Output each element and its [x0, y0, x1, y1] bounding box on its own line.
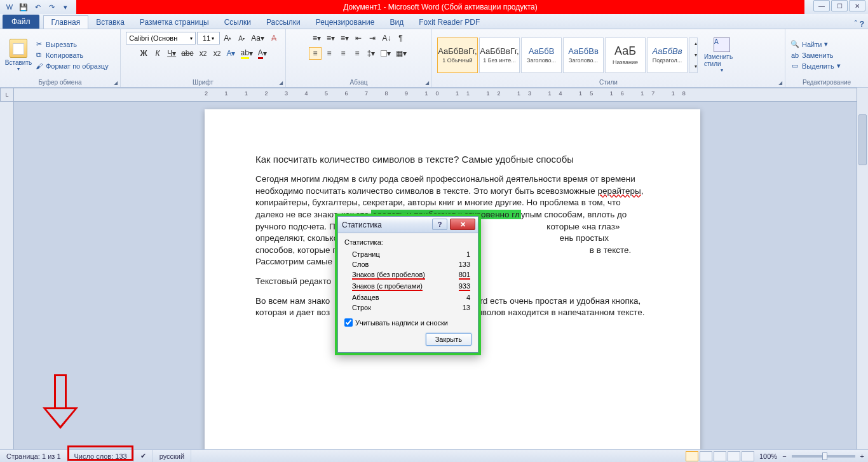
multilevel-button[interactable]: ≡▾ [338, 32, 351, 44]
print-layout-view-button[interactable] [686, 451, 698, 461]
clear-formatting-button[interactable]: A̶ [268, 32, 280, 44]
numbering-button[interactable]: ≡▾ [324, 32, 337, 44]
font-color-button[interactable]: A▾ [256, 47, 269, 60]
tab-review[interactable]: Рецензирование [308, 16, 383, 29]
ruler-toggle[interactable] [857, 88, 868, 102]
subscript-button[interactable]: x2 [196, 47, 209, 60]
italic-button[interactable]: К [151, 47, 164, 60]
vertical-ruler[interactable] [0, 102, 14, 449]
select-button[interactable]: ▭Выделить ▾ [790, 62, 841, 71]
tab-home[interactable]: Главная [43, 15, 89, 29]
fullscreen-view-button[interactable] [700, 451, 712, 461]
bold-button[interactable]: Ж [137, 47, 150, 60]
zoom-in-button[interactable]: + [860, 452, 864, 460]
change-styles-button[interactable]: A Изменить стили▾ [704, 37, 740, 73]
vertical-scrollbar[interactable] [857, 102, 868, 449]
minimize-ribbon-icon[interactable]: ˆ [855, 20, 857, 29]
style-no-spacing[interactable]: АаБбВвГг,1 Без инте... [479, 37, 520, 73]
status-page[interactable]: Страница: 1 из 1 [0, 450, 68, 462]
web-view-button[interactable] [714, 451, 726, 461]
dialog-close-button[interactable]: ✕ [450, 219, 475, 230]
dialog-titlebar[interactable]: Статистика ? ✕ [338, 217, 478, 233]
align-center-button[interactable]: ≡ [323, 47, 336, 60]
horizontal-ruler[interactable]: 2 1 1 2 3 4 5 6 7 8 9 10 11 12 13 14 15 … [14, 88, 857, 102]
borders-button[interactable]: ▦▾ [394, 47, 409, 60]
show-marks-button[interactable]: ¶ [395, 32, 407, 44]
text-effects-button[interactable]: A▾ [224, 47, 237, 60]
stat-row-pages: Страниц1 [346, 250, 470, 259]
scrollbar-thumb[interactable] [858, 114, 867, 165]
dialog-launcher-icon[interactable]: ◢ [425, 80, 429, 86]
status-language[interactable]: русский [153, 450, 191, 462]
statistics-table: Страниц1 Слов133 Знаков (без пробелов)80… [344, 248, 471, 313]
gallery-down-icon[interactable]: ▾ [689, 50, 702, 61]
dialog-launcher-icon[interactable]: ◢ [778, 80, 782, 86]
line-spacing-button[interactable]: ‡▾ [365, 47, 377, 60]
cut-button[interactable]: ✂Вырезать [34, 40, 109, 49]
status-word-count[interactable]: Число слов: 133 [68, 450, 134, 462]
qat-more-icon[interactable]: ▾ [60, 1, 71, 13]
dialog-close-ok-button[interactable]: Закрыть [426, 333, 471, 346]
tab-file[interactable]: Файл [3, 15, 39, 29]
grow-font-button[interactable]: A▴ [221, 32, 234, 44]
group-label-clipboard: Буфер обмена◢ [5, 78, 115, 86]
font-name-combo[interactable]: Calibri (Основн▾ [126, 32, 196, 44]
align-left-button[interactable]: ≡ [309, 47, 322, 60]
font-size-combo[interactable]: 11▾ [197, 32, 220, 44]
style-subtitle[interactable]: АаБбВвПодзагол... [647, 37, 688, 73]
checkbox-input[interactable] [344, 318, 353, 327]
close-window-button[interactable]: ✕ [849, 0, 865, 11]
copy-button[interactable]: ⧉Копировать [34, 51, 109, 60]
gallery-up-icon[interactable]: ▴ [689, 38, 702, 50]
superscript-button[interactable]: x2 [210, 47, 223, 60]
dialog-launcher-icon[interactable]: ◢ [279, 80, 283, 86]
tab-layout[interactable]: Разметка страницы [132, 16, 217, 29]
underline-button[interactable]: Ч▾ [165, 47, 178, 60]
document-area: Как посчитать количество символов в текс… [0, 102, 868, 449]
align-right-button[interactable]: ≡ [337, 47, 349, 60]
justify-button[interactable]: ≡ [351, 47, 363, 60]
tab-view[interactable]: Вид [382, 16, 411, 29]
style-normal[interactable]: АаБбВвГг,1 Обычный [437, 37, 478, 73]
tab-references[interactable]: Ссылки [217, 16, 259, 29]
help-icon[interactable]: ? [860, 20, 864, 29]
redo-icon[interactable]: ↷ [46, 1, 57, 13]
find-button[interactable]: 🔍Найти ▾ [790, 40, 841, 49]
format-painter-button[interactable]: 🖌Формат по образцу [34, 62, 109, 71]
decrease-indent-button[interactable]: ⇤ [352, 32, 365, 44]
minimize-button[interactable]: — [813, 0, 830, 11]
styles-gallery[interactable]: АаБбВвГг,1 Обычный АаБбВвГг,1 Без инте..… [437, 37, 698, 73]
undo-icon[interactable]: ↶ [32, 1, 43, 13]
zoom-level[interactable]: 100% [759, 452, 777, 460]
select-icon: ▭ [790, 62, 799, 71]
dialog-help-button[interactable]: ? [432, 219, 447, 230]
include-textboxes-checkbox[interactable]: Учитывать надписи и сноски [344, 318, 471, 327]
zoom-out-button[interactable]: − [782, 452, 786, 460]
change-case-button[interactable]: Aa▾ [249, 32, 266, 44]
bullets-button[interactable]: ≡▾ [310, 32, 323, 44]
paste-button[interactable]: Вставить▾ [5, 34, 32, 76]
document-canvas[interactable]: Как посчитать количество символов в текс… [14, 102, 857, 449]
draft-view-button[interactable] [742, 451, 754, 461]
status-proofing[interactable]: ✔ [134, 450, 153, 462]
style-heading2[interactable]: АаБбВвЗаголово... [563, 37, 604, 73]
zoom-slider[interactable] [792, 455, 855, 458]
tab-selector[interactable]: L [0, 88, 14, 102]
increase-indent-button[interactable]: ⇥ [366, 32, 379, 44]
style-title[interactable]: АаБНазвание [605, 37, 646, 73]
tab-insert[interactable]: Вставка [88, 16, 132, 29]
replace-button[interactable]: abЗаменить [790, 51, 841, 60]
shading-button[interactable]: ▾ [379, 47, 393, 60]
gallery-more-icon[interactable]: ▾ [689, 61, 702, 72]
shrink-font-button[interactable]: A▾ [235, 32, 248, 44]
tab-mailings[interactable]: Рассылки [259, 16, 308, 29]
tab-foxit[interactable]: Foxit Reader PDF [411, 16, 487, 29]
maximize-button[interactable]: ☐ [831, 0, 848, 11]
highlight-button[interactable]: ab▾ [239, 47, 255, 60]
save-icon[interactable]: 💾 [18, 1, 29, 13]
style-heading1[interactable]: АаБбВЗаголово... [521, 37, 562, 73]
strike-button[interactable]: abc [179, 47, 195, 60]
sort-button[interactable]: A↓ [380, 32, 393, 44]
dialog-launcher-icon[interactable]: ◢ [114, 80, 118, 86]
outline-view-button[interactable] [728, 451, 740, 461]
